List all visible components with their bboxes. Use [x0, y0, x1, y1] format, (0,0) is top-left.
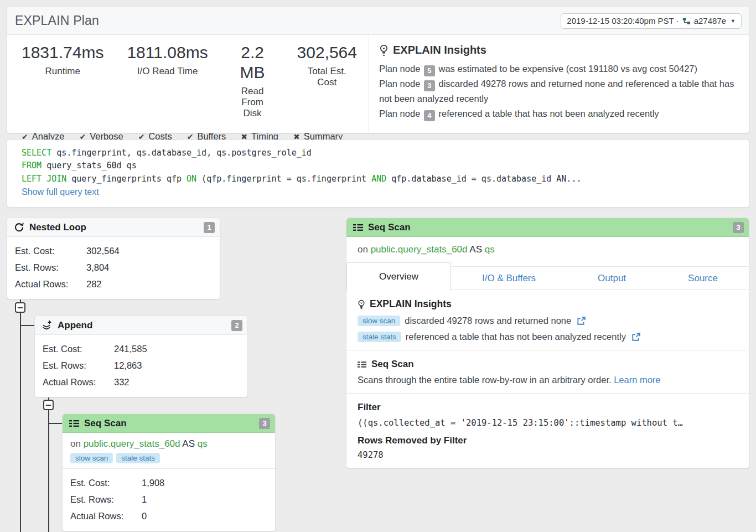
- plan-node-nested-loop[interactable]: Nested Loop 1 Est. Cost:302,564 Est. Row…: [7, 218, 220, 299]
- insight-line: Plan node 3 discarded 49278 rows and ret…: [379, 76, 738, 106]
- table-link[interactable]: public.query_stats_60d: [371, 244, 468, 255]
- seq-scan-icon: [69, 420, 79, 427]
- tag-slow-scan[interactable]: slow scan: [70, 453, 113, 463]
- table-link[interactable]: public.query_stats_60d: [84, 438, 180, 449]
- plan-node-seq-scan[interactable]: Seq Scan 3 on public.query_stats_60d AS …: [62, 414, 276, 531]
- page-title: EXPLAIN Plan: [15, 13, 99, 28]
- tab-io-buffers[interactable]: I/O & Buffers: [482, 273, 536, 284]
- sql-line: FROM query_stats_60d qs: [22, 159, 734, 172]
- node-stat-row: Est. Rows:12,863: [43, 357, 247, 374]
- commit-hash: a27487e: [694, 16, 726, 25]
- insight-line: Plan node 4 referenced a table that has …: [379, 106, 738, 121]
- sql-line: LEFT JOIN query_fingerprints qfp ON (qfp…: [22, 173, 734, 185]
- alias-link[interactable]: qs: [485, 244, 495, 255]
- tag-slow-scan[interactable]: slow scan: [358, 316, 400, 326]
- node-title: Nested Loop: [29, 222, 199, 233]
- node-number-badge[interactable]: 1: [204, 222, 215, 233]
- nested-loop-icon: [14, 222, 24, 233]
- append-icon: [42, 320, 53, 330]
- explain-plan-card: EXPLAIN Plan 2019-12-15 03:20:40pm PST ·…: [7, 7, 749, 133]
- seq-scan-icon: [358, 361, 366, 368]
- tag-stale-stats[interactable]: stale stats: [358, 332, 401, 342]
- explain-plan-header: EXPLAIN Plan 2019-12-15 03:20:40pm PST ·…: [7, 7, 749, 35]
- external-link-icon[interactable]: [631, 333, 640, 342]
- collapse-toggle[interactable]: [15, 302, 25, 313]
- rows-removed-label: Rows Removed by Filter: [358, 435, 738, 446]
- plan-node-badge[interactable]: 4: [424, 110, 435, 121]
- tag-stale-stats[interactable]: stale stats: [116, 453, 160, 463]
- node-stat-row: Est. Cost:302,564: [15, 242, 220, 259]
- help-title: Seq Scan: [371, 359, 414, 370]
- node-number-badge[interactable]: 3: [259, 418, 270, 429]
- insights-title: EXPLAIN Insights: [393, 44, 486, 56]
- collapse-toggle[interactable]: [43, 400, 54, 410]
- seq-scan-icon: [353, 224, 363, 231]
- tree-connector-line: [48, 389, 49, 532]
- commit-icon: [682, 17, 691, 25]
- insight-line: Plan node 5 was estimated to be expensiv…: [379, 61, 738, 76]
- insight-item: slow scan discarded 49278 rows and retur…: [358, 316, 738, 326]
- node-number-badge[interactable]: 2: [231, 320, 242, 331]
- rows-removed-value: 49278: [358, 450, 738, 460]
- node-stat-row: Actual Rows:0: [70, 508, 275, 524]
- node-stat-row: Est. Rows:1: [70, 491, 275, 508]
- node-number-badge[interactable]: 3: [733, 222, 744, 233]
- plan-node-append[interactable]: Append 2 Est. Cost:241,585 Est. Rows:12,…: [34, 316, 248, 397]
- node-stat-row: Actual Rows:332: [43, 374, 247, 390]
- detail-insights-title: EXPLAIN Insights: [370, 298, 452, 310]
- tab-output[interactable]: Output: [598, 273, 626, 284]
- show-full-query-link[interactable]: Show full query text: [22, 187, 99, 197]
- external-link-icon[interactable]: [577, 317, 586, 326]
- stat-read-from-disk: 2.2 MB Read From Disk: [220, 43, 286, 119]
- sql-line: SELECT qs.fingerprint, qs.database_id, q…: [22, 147, 734, 159]
- lightbulb-icon: [358, 299, 365, 309]
- alias-link[interactable]: qs: [198, 438, 208, 449]
- node-help-section: Seq Scan Scans through the entire table …: [346, 350, 749, 393]
- query-text-card: SELECT qs.fingerprint, qs.database_id, q…: [7, 140, 749, 208]
- stat-total-est-cost: 302,564 Total Est. Cost: [286, 43, 369, 119]
- lightbulb-icon: [379, 44, 389, 56]
- node-stat-row: Est. Rows:3,804: [15, 259, 220, 276]
- tree-connector-line: [20, 325, 34, 326]
- node-title: Append: [58, 320, 226, 331]
- stat-runtime: 1831.74ms Runtime: [22, 43, 115, 119]
- filter-expression: ((qs.collected_at = '2019-12-15 23:15:00…: [358, 418, 738, 428]
- node-table-ref: on public.query_stats_60d AS qs slow sca…: [63, 433, 275, 469]
- plan-node-badge[interactable]: 3: [424, 80, 435, 91]
- node-stat-row: Est. Cost:1,908: [70, 474, 275, 491]
- tree-connector-line: [20, 291, 21, 532]
- insight-item: stale stats referenced a table that has …: [358, 332, 738, 342]
- tree-connector-line: [49, 423, 62, 424]
- node-stat-row: Actual Rows:282: [15, 276, 220, 292]
- learn-more-link[interactable]: Learn more: [614, 375, 660, 385]
- detail-panel-title: Seq Scan: [368, 222, 728, 233]
- filter-section: Filter ((qs.collected_at = '2019-12-15 2…: [346, 393, 749, 468]
- node-title: Seq Scan: [84, 418, 254, 429]
- node-stat-row: Est. Cost:241,585: [43, 340, 247, 357]
- detail-table-ref: on public.query_stats_60d AS qs: [346, 237, 749, 262]
- tab-source[interactable]: Source: [688, 273, 718, 284]
- plan-stats: 1831.74ms Runtime 1811.08ms I/O Read Tim…: [7, 35, 369, 133]
- plan-timestamp-dropdown[interactable]: 2019-12-15 03:20:40pm PST · a27487e ▼: [561, 13, 742, 29]
- filter-title: Filter: [358, 402, 738, 413]
- detail-tabs: Overview I/O & Buffers Output Source: [346, 262, 749, 290]
- stat-io-read-time: 1811.08ms I/O Read Time: [115, 43, 219, 119]
- detail-insights-section: EXPLAIN Insights slow scan discarded 492…: [346, 290, 749, 350]
- chevron-down-icon: ▼: [731, 18, 736, 24]
- plan-node-badge[interactable]: 5: [424, 65, 435, 76]
- timestamp-text: 2019-12-15 03:20:40pm PST ·: [567, 16, 679, 25]
- help-text: Scans through the entire table row-by-ro…: [358, 375, 738, 385]
- node-detail-panel: Seq Scan 3 on public.query_stats_60d AS …: [346, 218, 749, 468]
- tab-overview[interactable]: Overview: [346, 262, 451, 291]
- explain-insights-summary: EXPLAIN Insights Plan node 5 was estimat…: [369, 35, 749, 133]
